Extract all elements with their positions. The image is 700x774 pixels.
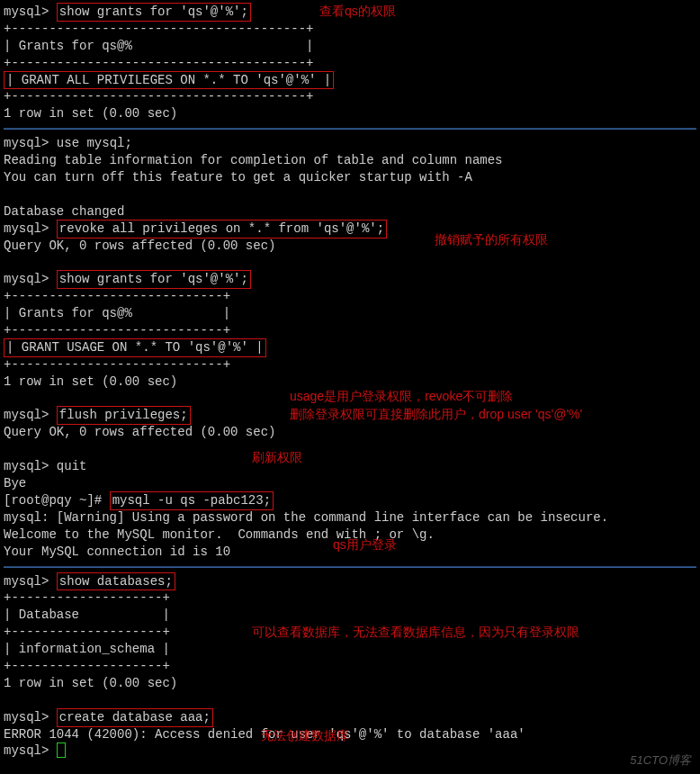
grants-header-2: | Grants for qs@% | [4,305,696,322]
annot-flush: 刷新权限 [252,449,302,466]
annot-usage-1: usage是用户登录权限，revoke不可删除 [290,388,513,405]
border: +----------------------------+ [4,288,696,305]
annot-usage-2: 删除登录权限可直接删除此用户，drop user 'qs'@'%' [290,406,582,423]
prompt: mysql> [4,408,49,422]
turn-off: You can turn off this feature to get a q… [4,169,696,186]
section-divider [4,128,696,130]
prompt: mysql> [4,272,49,286]
border: +---------------------------------------… [4,88,696,105]
cmd-show-grants-2: show grants for 'qs'@'%'; [57,270,251,289]
cmd-shell-login: mysql -u qs -pabc123; [110,491,274,510]
info-schema: | information_schema | [4,641,696,658]
cmd-use-mysql: use mysql; [57,136,132,150]
border: +----------------------------+ [4,356,696,374]
cmd-create-db: create database aaa; [57,708,213,727]
grant-usage-row: | GRANT USAGE ON *.* TO 'qs'@'%' | [4,338,266,357]
query-ok: Query OK, 0 rows affected (0.00 sec) [4,424,696,441]
annot-showdb: 可以查看数据库，无法查看数据库信息，因为只有登录权限 [252,624,579,641]
annot-login: qs用户登录 [333,536,397,554]
border: +--------------------+ [4,590,696,607]
prompt: mysql> [4,221,49,236]
prompt: mysql> [4,459,49,473]
terminal-output: mysql> show grants for 'qs'@'%'; +------… [0,0,700,763]
cmd-show-grants-1: show grants for 'qs'@'%'; [57,3,251,22]
db-header: | Database | [4,607,696,624]
prompt: mysql> [4,4,49,19]
annot-revoke: 撤销赋予的所有权限 [435,231,548,248]
row-count: 1 row in set (0.00 sec) [4,675,696,692]
watermark: 51CTO博客 [630,752,691,769]
prompt-shell: [root@pqy ~]# [4,493,102,508]
grants-header: | Grants for qs@% | [4,38,696,55]
pw-warning: mysql: [Warning] Using a password on the… [4,509,696,526]
border: +--------------------+ [4,658,696,675]
prompt: mysql> [4,743,49,758]
border: +---------------------------------------… [4,55,696,72]
annot-view-grants: 查看qs的权限 [319,3,396,20]
section-divider [4,566,696,568]
cmd-quit: quit [57,459,87,473]
cmd-flush: flush privileges; [57,406,191,425]
prompt: mysql> [4,574,49,589]
bye: Bye [4,475,696,492]
cmd-revoke: revoke all privileges on *.* from 'qs'@'… [57,220,387,238]
prompt: mysql> [4,710,49,724]
annot-create: 无法创建数据库 [261,727,349,744]
border: +---------------------------------------… [4,21,696,38]
row-count: 1 row in set (0.00 sec) [4,105,696,122]
cursor[interactable] [57,742,66,758]
db-changed: Database changed [4,203,696,220]
error-1044: ERROR 1044 (42000): Access denied for us… [4,726,696,743]
query-ok: Query OK, 0 rows affected (0.00 sec) [4,238,696,255]
cmd-show-db: show databases; [57,572,175,591]
grant-all-row: | GRANT ALL PRIVILEGES ON *.* TO 'qs'@'%… [4,71,334,90]
border: +----------------------------+ [4,322,696,339]
reading-info: Reading table information for completion… [4,152,696,169]
prompt: mysql> [4,136,49,150]
